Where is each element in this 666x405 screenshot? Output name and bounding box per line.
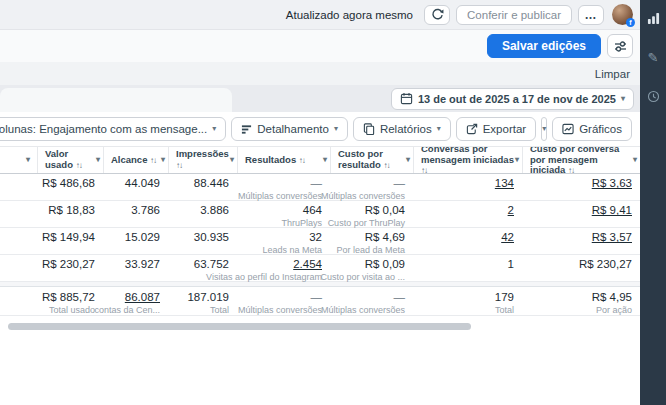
caret-down-icon[interactable]: ▾ (633, 156, 637, 164)
cell-value: 15.029 (125, 231, 160, 245)
more-options-button[interactable]: … (578, 5, 604, 25)
cell-value-link[interactable]: 134 (495, 177, 514, 191)
sort-icon[interactable]: ↑↓ (421, 166, 427, 173)
sort-icon[interactable]: ↑↓ (383, 161, 389, 170)
row-stub-cell (0, 228, 37, 254)
cell-value-link[interactable]: 2.454 (293, 258, 322, 272)
column-header-conversas-por-mensagem-iniciadas[interactable]: Conversas por mensagem iniciadas ↑↓▾ (413, 147, 522, 173)
table-cell: 2.454Visitas ao perfil do Instagram (237, 255, 330, 281)
cell-value-link[interactable]: R$ 3,63 (592, 177, 632, 191)
column-label: Conversas por mensagem iniciadas ↑↓ (421, 147, 515, 173)
cell-value: — (394, 291, 406, 305)
caret-down-icon[interactable]: ▾ (406, 156, 410, 164)
reports-button[interactable]: Relatórios ▾ (353, 117, 451, 141)
table-cell: R$ 0,04Custo por ThruPlay (330, 201, 413, 227)
date-range-button[interactable]: 13 de out de 2025 a 17 de nov de 2025 ▾ (391, 88, 634, 110)
caret-down-icon[interactable]: ▾ (96, 156, 100, 164)
clock-icon[interactable] (646, 89, 660, 103)
caret-down-icon[interactable]: ▾ (515, 156, 519, 164)
table-cell: R$ 3,63 (522, 174, 640, 200)
active-tab[interactable] (0, 88, 232, 112)
table-cell: R$ 230,27 (37, 255, 103, 281)
export-dropdown-button[interactable]: ▾ (541, 117, 547, 141)
column-header-impressoes[interactable]: Impressões ↑↓▾ (168, 147, 237, 173)
scrollbar-thumb[interactable] (8, 323, 471, 330)
review-publish-button[interactable]: Conferir e publicar (456, 5, 572, 25)
cell-value-link[interactable]: R$ 9,41 (592, 204, 632, 218)
cell-value: 30.935 (194, 231, 229, 245)
cell-sublabel: Total (495, 305, 514, 316)
table-cell: R$ 3,57 (522, 228, 640, 254)
caret-down-icon: ▾ (334, 125, 338, 133)
cell-value-link[interactable]: 42 (501, 231, 514, 245)
caret-down-icon[interactable]: ▾ (323, 156, 327, 164)
column-header-alcance[interactable]: Alcance ↑↓▾ (103, 147, 168, 173)
sort-icon[interactable]: ↑↓ (176, 161, 182, 170)
column-header-stub[interactable]: ▾ (0, 147, 37, 173)
table-cell: R$ 9,41 (522, 201, 640, 227)
bar-chart-icon[interactable] (646, 11, 660, 25)
table-cell: 30.935 (168, 228, 237, 254)
table-header-row: ▾Valor usado ↑↓▾Alcance ↑↓▾Impressões ↑↓… (0, 146, 640, 174)
horizontal-scrollbar[interactable] (8, 323, 632, 331)
cell-value: 44.049 (125, 177, 160, 191)
columns-button[interactable]: Colunas: Engajamento com as mensage... ▾ (0, 117, 226, 141)
cell-value: — (311, 291, 323, 305)
cell-value-link[interactable]: R$ 3,57 (592, 231, 632, 245)
save-edits-button[interactable]: Salvar edições (487, 34, 601, 58)
table-cell: R$ 230,27 (522, 255, 640, 281)
caret-down-icon[interactable]: ▾ (26, 156, 30, 164)
column-label: Alcance ↑↓ (111, 155, 161, 166)
cell-value: R$ 4,69 (365, 231, 405, 245)
metrics-table: ▾Valor usado ↑↓▾Alcance ↑↓▾Impressões ↑↓… (0, 146, 640, 316)
sort-icon[interactable]: ↑↓ (568, 166, 574, 173)
reports-icon (363, 123, 375, 135)
column-header-valor-usado[interactable]: Valor usado ↑↓▾ (37, 147, 103, 173)
cell-value-link[interactable]: 2 (508, 204, 514, 218)
cell-value-link[interactable]: 86.087 (125, 291, 160, 305)
sort-icon[interactable]: ↑↓ (76, 161, 82, 170)
cell-sublabel: Total usado (49, 305, 95, 316)
total-row: R$ 885,72Total usado86.087contas da Cen.… (0, 287, 640, 316)
cell-value: 88.446 (194, 177, 229, 191)
caret-down-icon: ▾ (212, 125, 216, 133)
breakdown-button[interactable]: Detalhamento ▾ (231, 117, 348, 141)
column-header-custo-por-resultado[interactable]: Custo por resultado ↑↓▾ (330, 147, 413, 173)
refresh-button[interactable] (424, 5, 450, 25)
row-stub-cell (0, 174, 37, 200)
table-cell: 44.049 (103, 174, 168, 200)
charts-button[interactable]: Gráficos (552, 117, 632, 141)
filter-settings-button[interactable] (607, 34, 633, 58)
column-header-custo-por-conversa-por-mensagem-iniciada[interactable]: Custo por conversa por mensagem iniciada… (522, 147, 640, 173)
charts-icon (562, 123, 574, 135)
sort-icon[interactable]: ↑↓ (299, 156, 305, 165)
topbar: Atualizado agora mesmo Conferir e public… (0, 0, 640, 30)
caret-down-icon: ▾ (542, 125, 546, 133)
caret-down-icon[interactable]: ▾ (230, 156, 234, 164)
cell-sublabel: contas da Cen... (94, 305, 160, 316)
table-row: R$ 486,6844.04988.446—Múltiplas conversõ… (0, 174, 640, 201)
cell-value: 1 (508, 258, 514, 272)
column-header-resultados[interactable]: Resultados ↑↓▾ (237, 147, 330, 173)
cell-value: 464 (303, 204, 322, 218)
ads-manager-screen: Atualizado agora mesmo Conferir e public… (0, 0, 666, 405)
table-cell: —Múltiplas conversões (237, 287, 330, 315)
clear-filters-link[interactable]: Limpar (595, 68, 630, 80)
export-icon (466, 123, 478, 135)
table-cell: 15.029 (103, 228, 168, 254)
sort-icon[interactable]: ↑↓ (150, 156, 156, 165)
table-cell: R$ 0,09Custo por visita ao ... (330, 255, 413, 281)
avatar[interactable]: f (612, 4, 633, 25)
pencil-icon[interactable]: ✎ (646, 50, 660, 64)
sliders-icon (614, 40, 627, 53)
caret-down-icon: ▾ (621, 95, 625, 103)
table-row: R$ 230,2733.92763.7522.454Visitas ao per… (0, 255, 640, 282)
cell-value: 179 (495, 291, 514, 305)
table-total-section: R$ 885,72Total usado86.087contas da Cen.… (0, 287, 640, 316)
calendar-icon (400, 92, 413, 105)
export-button[interactable]: Exportar (456, 117, 536, 141)
table-cell: R$ 149,94 (37, 228, 103, 254)
column-label: Custo por resultado ↑↓ (338, 149, 406, 171)
column-label: Custo por conversa por mensagem iniciada… (530, 147, 633, 173)
caret-down-icon[interactable]: ▾ (161, 156, 165, 164)
